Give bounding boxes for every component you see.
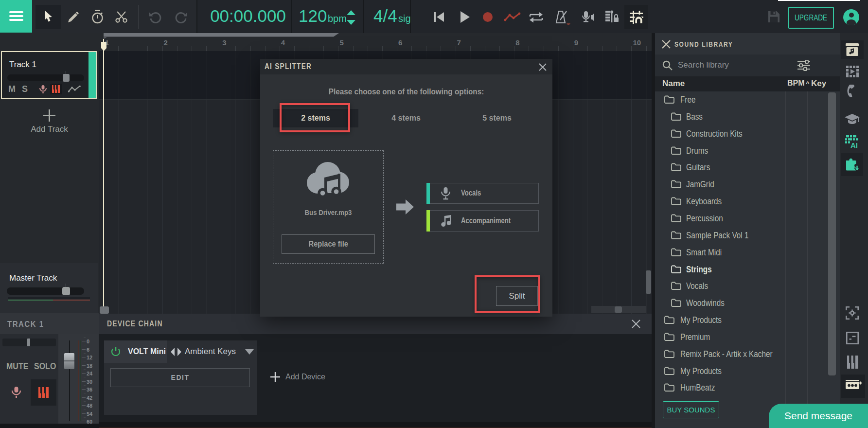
svg-text:AI: AI bbox=[850, 141, 858, 148]
